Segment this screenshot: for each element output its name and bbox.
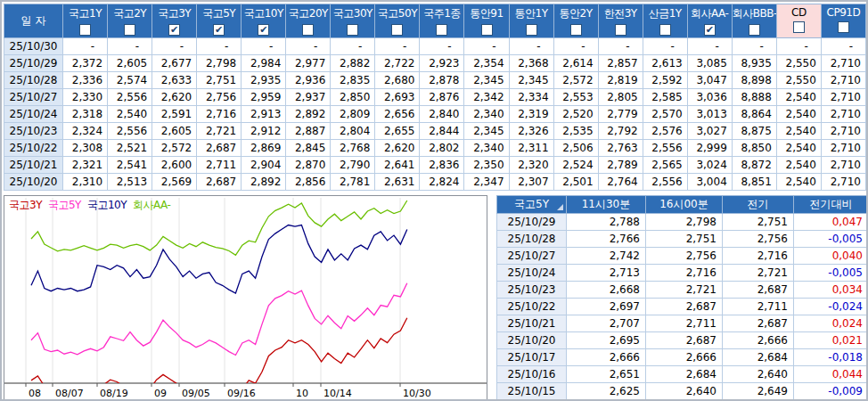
table-row[interactable]: 25/10/242,3182,5402,5912,7162,9132,8922,… — [4, 106, 866, 123]
table-row[interactable]: 25/10/222,3082,5212,5722,6872,8692,8452,… — [4, 140, 866, 157]
rate-cell: 2,540 — [776, 157, 821, 174]
column-checkbox[interactable] — [481, 24, 493, 36]
column-header-국주1종[interactable]: 국주1종 — [420, 4, 464, 38]
prev-cell: 2,640 — [723, 366, 794, 383]
daily-rates-table: 일 자국고1Y국고2Y국고3Y✔국고5Y✔국고10Y✔국고20Y국고30Y국고5… — [4, 4, 866, 191]
column-checkbox[interactable] — [659, 24, 671, 36]
column-checkbox[interactable]: ✔ — [213, 24, 225, 36]
column-header-통안2Y[interactable]: 통안2Y — [553, 4, 598, 38]
date-cell: 25/10/16 — [497, 366, 567, 383]
detail-row[interactable]: 25/10/222,6972,6872,711-0,024 — [497, 299, 868, 315]
column-checkbox[interactable]: ✔ — [168, 24, 180, 36]
detail-row[interactable]: 25/10/292,7882,7982,7510,047 — [497, 214, 868, 231]
column-header-국고5Y[interactable]: 국고5Y✔ — [197, 4, 242, 38]
column-checkbox[interactable] — [749, 24, 760, 36]
column-header-통안91[interactable]: 통안91 — [464, 4, 509, 38]
column-checkbox[interactable] — [838, 21, 849, 33]
change-cell: -0,005 — [794, 265, 868, 282]
rate-cell: 2,792 — [598, 123, 643, 140]
column-header-CP91D[interactable]: CP91D — [821, 4, 865, 38]
table-row[interactable]: 25/10/292,3722,6052,6772,7982,9842,9772,… — [4, 55, 866, 72]
rate-cell: - — [375, 38, 420, 55]
series-select-header[interactable]: 국고5Y — [497, 196, 567, 214]
column-checkbox[interactable]: ✔ — [704, 24, 716, 36]
table-row[interactable]: 25/10/232,3242,5562,6052,7212,9122,8872,… — [4, 123, 866, 140]
x-axis-label: 08/19 — [100, 388, 128, 399]
date-cell: 25/10/15 — [497, 383, 567, 400]
column-header-국고30Y[interactable]: 국고30Y — [331, 4, 375, 38]
column-checkbox[interactable] — [570, 24, 582, 36]
rate-cell: 2,342 — [464, 89, 509, 106]
table-row[interactable]: 25/10/202,3102,5132,5692,6872,8922,8562,… — [4, 174, 866, 191]
value-1130-cell: 2,625 — [567, 383, 646, 400]
rate-cell: 2,824 — [420, 174, 464, 191]
detail-row[interactable]: 25/10/242,7132,7162,721-0,005 — [497, 265, 868, 282]
column-header-국고2Y[interactable]: 국고2Y — [108, 4, 152, 38]
detail-column-header[interactable]: 전기 — [723, 196, 794, 214]
column-header-국고10Y[interactable]: 국고10Y✔ — [242, 4, 286, 38]
detail-row[interactable]: 25/10/212,7072,7112,6870,024 — [497, 315, 868, 332]
detail-row[interactable]: 25/10/152,6252,6402,649-0,009 — [497, 383, 868, 400]
rate-cell: 2,641 — [375, 157, 420, 174]
column-header-국고1Y[interactable]: 국고1Y — [63, 4, 108, 38]
detail-table-panel: 국고5Y 11시30분16시00분전기전기대비 25/10/292,7882,7… — [496, 195, 868, 401]
column-checkbox[interactable] — [615, 24, 626, 36]
column-header-국고3Y[interactable]: 국고3Y✔ — [152, 4, 197, 38]
column-checkbox[interactable] — [79, 24, 91, 36]
rate-cell: 2,721 — [197, 123, 242, 140]
value-1130-cell: 2,713 — [567, 265, 646, 282]
column-header-국고50Y[interactable]: 국고50Y — [375, 4, 420, 38]
column-checkbox[interactable] — [302, 24, 314, 36]
table-row[interactable]: 25/10/30------------------ — [4, 38, 866, 55]
rate-cell: 2,319 — [509, 106, 553, 123]
rate-cell: 2,540 — [108, 106, 152, 123]
bond-rates-window: 일 자국고1Y국고2Y국고3Y✔국고5Y✔국고10Y✔국고20Y국고30Y국고5… — [0, 0, 868, 401]
rate-cell: 2,805 — [598, 89, 643, 106]
column-header-한전3Y[interactable]: 한전3Y — [598, 4, 643, 38]
rate-cell: 2,585 — [643, 89, 687, 106]
value-1130-cell: 2,697 — [567, 299, 646, 315]
column-checkbox[interactable] — [526, 24, 537, 36]
rate-cell: 2,779 — [598, 106, 643, 123]
detail-row[interactable]: 25/10/202,6952,6872,6660,021 — [497, 332, 868, 349]
table-row[interactable]: 25/10/282,3362,5742,6332,7512,9352,9362,… — [4, 72, 866, 89]
detail-row[interactable]: 25/10/232,6682,7212,6870,034 — [497, 282, 868, 299]
rate-cell: 2,687 — [197, 174, 242, 191]
rate-cell: 2,308 — [63, 140, 108, 157]
change-cell: -0,018 — [794, 349, 868, 366]
rate-cell: 2,553 — [553, 89, 598, 106]
date-cell: 25/10/24 — [497, 265, 567, 282]
rate-cell: - — [821, 38, 865, 55]
column-header-CD[interactable]: CD — [776, 4, 821, 38]
column-checkbox[interactable] — [391, 24, 403, 36]
column-checkbox[interactable] — [124, 24, 135, 36]
date-column-header[interactable]: 일 자 — [4, 4, 63, 38]
detail-column-header[interactable]: 전기대비 — [794, 196, 868, 214]
column-header-통안1Y[interactable]: 통안1Y — [509, 4, 553, 38]
column-checkbox[interactable]: ✔ — [258, 24, 269, 36]
rate-cell: 2,307 — [509, 174, 553, 191]
table-row[interactable]: 25/10/212,3212,5412,6002,7112,9042,8702,… — [4, 157, 866, 174]
detail-column-header[interactable]: 11시30분 — [567, 196, 646, 214]
detail-column-header[interactable]: 16시00분 — [646, 196, 723, 214]
table-row[interactable]: 25/10/272,3302,5562,6202,7562,9592,9372,… — [4, 89, 866, 106]
detail-row[interactable]: 25/10/272,7422,7562,7160,040 — [497, 248, 868, 265]
rate-cell: 2,936 — [286, 72, 331, 89]
detail-row[interactable]: 25/10/162,6512,6842,6400,044 — [497, 366, 868, 383]
column-header-회사AA-[interactable]: 회사AA-✔ — [687, 4, 732, 38]
column-header-산금1Y[interactable]: 산금1Y — [643, 4, 687, 38]
rate-cell: 2,680 — [375, 72, 420, 89]
column-header-국고20Y[interactable]: 국고20Y — [286, 4, 331, 38]
column-checkbox[interactable] — [347, 24, 358, 36]
column-checkbox[interactable] — [436, 24, 447, 36]
date-cell: 25/10/22 — [4, 140, 63, 157]
change-cell: 0,034 — [794, 282, 868, 299]
column-label: 산금1Y — [643, 4, 687, 21]
column-checkbox[interactable] — [793, 21, 805, 33]
detail-row[interactable]: 25/10/172,6662,6662,684-0,018 — [497, 349, 868, 366]
detail-row[interactable]: 25/10/282,7662,7512,756-0,005 — [497, 231, 868, 248]
rate-cell: 2,892 — [286, 106, 331, 123]
column-header-회사BBB-[interactable]: 회사BBB- — [732, 4, 776, 38]
change-cell: 0,040 — [794, 248, 868, 265]
rate-cell: 2,550 — [776, 55, 821, 72]
